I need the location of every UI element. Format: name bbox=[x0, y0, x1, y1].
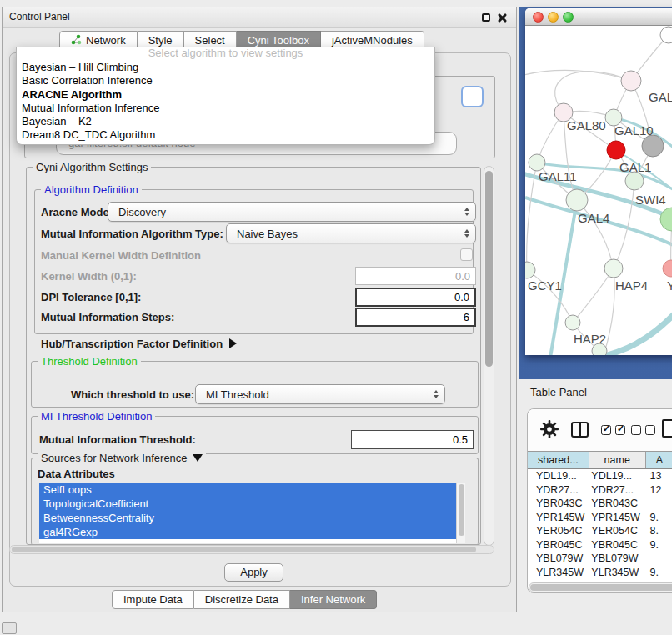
stepper-icon bbox=[464, 229, 469, 238]
attribute-item-selfloops[interactable]: SelfLoops bbox=[39, 482, 456, 497]
float-window-icon[interactable] bbox=[482, 13, 490, 22]
table-row[interactable]: YBR043CYBR043C bbox=[528, 497, 672, 511]
settings-vertical-scrollbar[interactable] bbox=[484, 166, 494, 546]
sources-title[interactable]: Sources for Network Inference bbox=[38, 452, 206, 464]
table-cell: YDR27... bbox=[528, 483, 589, 498]
network-node[interactable] bbox=[642, 135, 664, 157]
network-node[interactable] bbox=[625, 172, 644, 190]
network-node[interactable] bbox=[566, 189, 588, 211]
apply-button[interactable]: Apply bbox=[224, 563, 283, 582]
network-node[interactable] bbox=[529, 154, 545, 171]
network-node[interactable] bbox=[660, 208, 672, 231]
network-window-titlebar[interactable] bbox=[525, 8, 672, 26]
minimize-button[interactable] bbox=[548, 12, 559, 22]
network-node[interactable] bbox=[660, 27, 672, 43]
threshold-definition-title: Threshold Definition bbox=[38, 355, 141, 368]
tab-infer-network[interactable]: Infer Network bbox=[290, 590, 377, 609]
algorithm-option-aracne-algorithm[interactable]: ARACNE Algorithm bbox=[17, 88, 434, 102]
tab-label: jActiveMNodules bbox=[332, 34, 413, 47]
table-cell: 12 bbox=[647, 483, 672, 498]
table-row[interactable]: YPR145WYPR145W9. bbox=[528, 511, 672, 525]
select-all-columns-icon[interactable] bbox=[601, 425, 625, 435]
dpi-tolerance-input[interactable] bbox=[355, 288, 476, 307]
close-button[interactable] bbox=[533, 12, 544, 22]
table-cell: YLR345W bbox=[589, 566, 646, 580]
mi-steps-input[interactable] bbox=[355, 308, 476, 327]
settings-horizontal-scrollbar[interactable] bbox=[9, 545, 494, 554]
hub-transcription-factor-section[interactable]: Hub/Transcription Factor Definition bbox=[41, 338, 237, 350]
column-header-a[interactable]: A bbox=[646, 452, 672, 468]
table-row[interactable]: YLR345WYLR345W9. bbox=[528, 566, 672, 580]
network-view-frame: GALGAL80GAL10GAL1GAL11SWI4GAL4GCY1HAP4YH… bbox=[519, 7, 672, 379]
manual-kernel-width-checkbox[interactable] bbox=[460, 248, 473, 261]
collapse-down-icon[interactable] bbox=[193, 454, 203, 462]
node-label-gal: GAL bbox=[649, 90, 672, 104]
attribute-item-betweennesscentrality[interactable]: BetweennessCentrality bbox=[39, 511, 456, 525]
table-cell: 9. bbox=[647, 538, 672, 552]
table-cell: YPR145W bbox=[589, 511, 646, 525]
hub-section-label: Hub/Transcription Factor Definition bbox=[41, 338, 223, 350]
table-row[interactable]: YDR27...YDR27...12 bbox=[528, 483, 672, 498]
network-node[interactable] bbox=[607, 141, 625, 159]
column-header-shared[interactable]: shared... bbox=[528, 452, 589, 468]
mi-threshold-input[interactable] bbox=[351, 430, 474, 449]
sources-title-label: Sources for Network Inference bbox=[41, 452, 188, 464]
attribute-item-topologicalcoefficient[interactable]: TopologicalCoefficient bbox=[39, 497, 456, 511]
network-node[interactable] bbox=[565, 315, 580, 330]
table-row[interactable]: YDL19...YDL19...13 bbox=[528, 469, 672, 483]
stepper-icon bbox=[464, 208, 469, 217]
focused-combo-fragment[interactable] bbox=[461, 86, 484, 108]
tab-impute-data[interactable]: Impute Data bbox=[112, 590, 194, 609]
tab-label: Infer Network bbox=[301, 593, 365, 606]
algorithm-option-bayesian-hill-climbing[interactable]: Bayesian – Hill Climbing bbox=[17, 61, 434, 74]
network-window: GALGAL80GAL10GAL1GAL11SWI4GAL4GCY1HAP4YH… bbox=[525, 8, 672, 355]
algorithm-option-mutual-information-inference[interactable]: Mutual Information Inference bbox=[17, 102, 434, 115]
minimized-panel-icon[interactable] bbox=[2, 622, 17, 634]
control-panel-titlebar: Control Panel bbox=[3, 8, 516, 28]
network-edge[interactable] bbox=[573, 268, 614, 322]
table-header-row: shared...nameA bbox=[528, 451, 672, 469]
aracne-mode-label: Aracne Mode: bbox=[41, 206, 113, 218]
which-threshold-select[interactable]: MI Threshold bbox=[195, 384, 445, 404]
node-label-gal1: GAL1 bbox=[619, 160, 651, 174]
algorithm-option-bayesian-k2[interactable]: Bayesian – K2 bbox=[17, 115, 434, 128]
new-table-icon[interactable] bbox=[662, 419, 672, 438]
mi-algorithm-type-label: Mutual Information Algorithm Type: bbox=[41, 228, 223, 240]
table-horizontal-scrollbar[interactable] bbox=[529, 582, 672, 592]
network-canvas[interactable]: GALGAL80GAL10GAL1GAL11SWI4GAL4GCY1HAP4YH… bbox=[525, 26, 672, 355]
table-row[interactable]: YBR045CYBR045C9. bbox=[528, 538, 672, 552]
network-node[interactable] bbox=[621, 71, 641, 91]
algorithm-option-basic-correlation-inference[interactable]: Basic Correlation Inference bbox=[17, 74, 434, 88]
table-cell: YBR045C bbox=[528, 538, 589, 552]
mi-algorithm-type-select[interactable]: Naive Bayes bbox=[226, 223, 476, 243]
close-icon[interactable] bbox=[497, 13, 506, 22]
tab-discretize-data[interactable]: Discretize Data bbox=[194, 590, 290, 609]
aracne-mode-select[interactable]: Discovery bbox=[108, 202, 476, 222]
mi-steps-label: Mutual Information Steps: bbox=[41, 311, 174, 323]
kernel-width-input[interactable] bbox=[355, 267, 476, 285]
network-node[interactable] bbox=[663, 260, 672, 277]
network-node[interactable] bbox=[525, 262, 535, 278]
table-cell: 8. bbox=[647, 524, 672, 538]
deselect-all-columns-icon[interactable] bbox=[631, 425, 655, 435]
table-row[interactable]: YBL079WYBL079W bbox=[528, 552, 672, 566]
expand-right-icon[interactable] bbox=[229, 338, 237, 348]
table-cell: YBR043C bbox=[528, 497, 589, 511]
kernel-width-label: Kernel Width (0,1): bbox=[41, 270, 137, 282]
table-row[interactable]: YER054CYER054C8. bbox=[528, 524, 672, 538]
table-cell: YDR27... bbox=[589, 483, 646, 498]
gear-icon[interactable] bbox=[539, 419, 559, 442]
list-scrollbar[interactable] bbox=[456, 482, 465, 543]
tab-label: Network bbox=[86, 34, 126, 47]
node-label-hap2: HAP2 bbox=[574, 332, 606, 346]
attribute-item-gal4rgexp[interactable]: gal4RGexp bbox=[39, 525, 456, 539]
tab-label: Impute Data bbox=[123, 593, 183, 606]
table-cell: YBR045C bbox=[589, 538, 646, 552]
column-browser-icon[interactable] bbox=[571, 422, 589, 438]
zoom-button[interactable] bbox=[563, 12, 574, 22]
network-node[interactable] bbox=[604, 259, 623, 278]
cyni-mode-tabs: Impute DataDiscretize DataInfer Network bbox=[112, 590, 377, 609]
algorithm-option-dream8-dc-tdc-algorithm[interactable]: Dream8 DC_TDC Algorithm bbox=[17, 128, 434, 142]
table-cell: YDL19... bbox=[528, 469, 589, 483]
column-header-name[interactable]: name bbox=[589, 452, 646, 468]
